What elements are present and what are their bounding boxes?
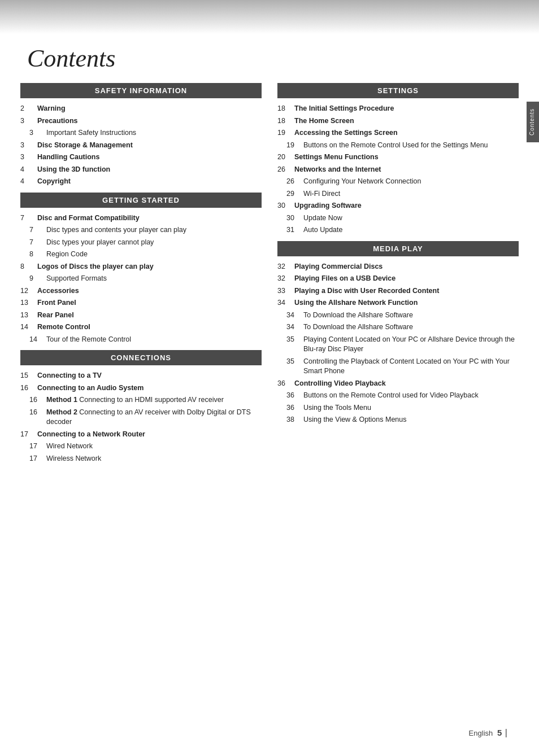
- toc-entry: 14Tour of the Remote Control: [20, 334, 262, 346]
- toc-text: Wi-Fi Direct: [294, 189, 340, 199]
- toc-number: 2: [20, 104, 37, 114]
- toc-number: 36: [277, 379, 294, 389]
- toc-entry: 3Disc Storage & Management: [20, 139, 262, 152]
- toc-text: Using the Tools Menu: [294, 403, 371, 413]
- toc-number: 18: [277, 104, 294, 114]
- toc-number: 31: [277, 225, 294, 235]
- toc-text: Precautions: [37, 116, 78, 126]
- toc-number: 14: [20, 335, 37, 345]
- toc-entry: 3Important Safety Instructions: [20, 127, 262, 139]
- page-title: Contents: [0, 34, 539, 78]
- footer-language: English: [469, 729, 493, 737]
- toc-entry: 38Using the View & Options Menus: [277, 414, 519, 426]
- toc-entry: 7Disc and Format Compatibility: [20, 212, 262, 225]
- toc-text: Method 1 Connecting to an HDMI supported…: [37, 395, 224, 405]
- toc-entry: 34Using the Allshare Network Function: [277, 297, 519, 309]
- toc-text: Buttons on the Remote Control used for V…: [294, 391, 479, 401]
- toc-text: Using the View & Options Menus: [294, 415, 407, 425]
- section-header: CONNECTIONS: [20, 350, 262, 365]
- toc-text: Method 2 Connecting to an AV receiver wi…: [37, 408, 262, 427]
- toc-text: Connecting to an Audio System: [37, 383, 144, 394]
- toc-text: Rear Panel: [37, 311, 74, 321]
- footer-page: 5: [497, 728, 502, 737]
- toc-number: 16: [20, 395, 37, 405]
- toc-number: 12: [20, 286, 37, 296]
- toc-entry: 26Configuring Your Network Connection: [277, 176, 519, 188]
- section-header: SAFETY INFORMATION: [20, 83, 262, 98]
- toc-text: Wireless Network: [37, 454, 101, 464]
- toc-number: 32: [277, 274, 294, 284]
- toc-number: 19: [277, 141, 294, 151]
- toc-number: 7: [20, 225, 37, 235]
- toc-number: 19: [277, 128, 294, 138]
- toc-entry: 16Connecting to an Audio System: [20, 382, 262, 395]
- toc-number: 35: [277, 357, 294, 367]
- toc-number: 26: [277, 165, 294, 175]
- toc-entry: 19Accessing the Settings Screen: [277, 127, 519, 139]
- toc-text: Using the Allshare Network Function: [294, 298, 418, 308]
- toc-text: Playing a Disc with User Recorded Conten…: [294, 286, 439, 296]
- toc-number: 38: [277, 415, 294, 425]
- toc-text: Tour of the Remote Control: [37, 335, 131, 345]
- toc-text: The Initial Settings Procedure: [294, 104, 394, 114]
- section-safety: SAFETY INFORMATION2Warning3Precautions3I…: [20, 83, 262, 188]
- toc-text: Disc and Format Compatibility: [37, 213, 140, 224]
- toc-text: Front Panel: [37, 298, 76, 308]
- toc-entry: 14Remote Control: [20, 321, 262, 334]
- toc-entry: 7Disc types your player cannot play: [20, 237, 262, 249]
- toc-entry: 29Wi-Fi Direct: [277, 188, 519, 200]
- toc-number: 8: [20, 250, 37, 260]
- toc-text: Wired Network: [37, 442, 93, 452]
- toc-number: 7: [20, 213, 37, 224]
- toc-entry: 31Auto Update: [277, 224, 519, 237]
- toc-number: 36: [277, 391, 294, 401]
- toc-entry: 34To Download the Allshare Software: [277, 321, 519, 334]
- toc-entry: 36Controlling Video Playback: [277, 378, 519, 390]
- toc-entry: 32Playing Files on a USB Device: [277, 273, 519, 285]
- toc-entry: 13Front Panel: [20, 297, 262, 309]
- section-header: SETTINGS: [277, 83, 519, 98]
- toc-text: Auto Update: [294, 225, 343, 235]
- toc-number: 3: [20, 128, 37, 138]
- toc-number: 17: [20, 454, 37, 464]
- toc-entry: 36Buttons on the Remote Control used for…: [277, 390, 519, 402]
- toc-number: 8: [20, 262, 37, 272]
- toc-number: 7: [20, 238, 37, 248]
- toc-entry: 15Connecting to a TV: [20, 370, 262, 382]
- toc-entry: 36Using the Tools Menu: [277, 402, 519, 414]
- toc-text: Upgrading Software: [294, 201, 362, 211]
- section-header: MEDIA PLAY: [277, 241, 519, 256]
- toc-number: 9: [20, 274, 37, 284]
- toc-entry: 8Region Code: [20, 248, 262, 261]
- toc-entry: 4Using the 3D function: [20, 164, 262, 176]
- toc-text: Important Safety Instructions: [37, 128, 136, 138]
- toc-number: 34: [277, 298, 294, 308]
- toc-number: 35: [277, 335, 294, 345]
- toc-text: Networks and the Internet: [294, 165, 381, 175]
- main-content: SAFETY INFORMATION2Warning3Precautions3I…: [0, 78, 539, 487]
- toc-entry: 17Wireless Network: [20, 453, 262, 465]
- toc-number: 34: [277, 311, 294, 321]
- toc-entry: 8Logos of Discs the player can play: [20, 261, 262, 273]
- toc-text: Region Code: [37, 250, 88, 260]
- toc-number: 36: [277, 403, 294, 413]
- toc-number: 3: [20, 116, 37, 126]
- toc-number: 26: [277, 177, 294, 187]
- toc-entry: 3Precautions: [20, 115, 262, 128]
- toc-number: 17: [20, 442, 37, 452]
- toc-entry: 30Update Now: [277, 212, 519, 225]
- toc-entry: 9Supported Formats: [20, 273, 262, 285]
- toc-number: 18: [277, 116, 294, 126]
- toc-number: 16: [20, 408, 37, 418]
- toc-text: Logos of Discs the player can play: [37, 262, 154, 272]
- toc-entry: 13Rear Panel: [20, 309, 262, 322]
- toc-entry: 17Wired Network: [20, 440, 262, 453]
- toc-text: The Home Screen: [294, 116, 354, 126]
- toc-number: 30: [277, 213, 294, 224]
- toc-number: 16: [20, 383, 37, 394]
- toc-entry: 18The Home Screen: [277, 115, 519, 128]
- toc-entry: 17Connecting to a Network Router: [20, 429, 262, 441]
- toc-number: 17: [20, 430, 37, 440]
- toc-entry: 16Method 1 Connecting to an HDMI support…: [20, 394, 262, 407]
- toc-text: Disc types your player cannot play: [37, 238, 154, 248]
